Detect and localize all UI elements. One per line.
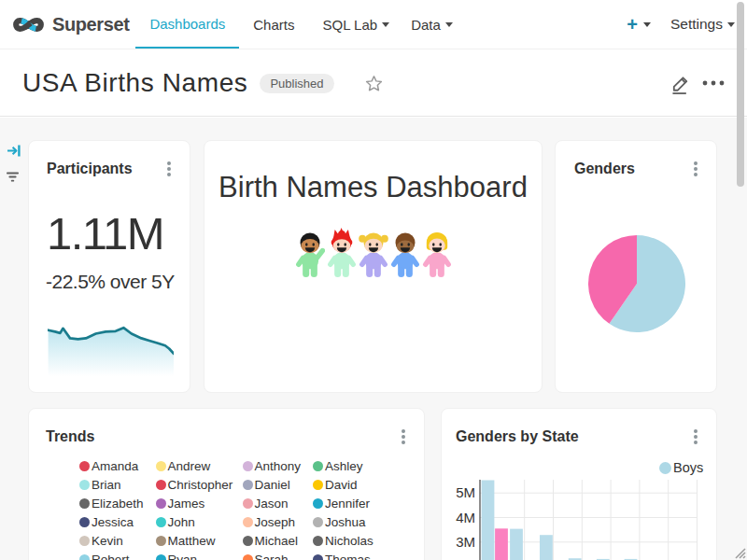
plus-icon: + bbox=[627, 14, 638, 35]
new-menu-button[interactable]: + bbox=[627, 14, 651, 35]
legend-item-joshua[interactable]: Joshua bbox=[313, 512, 366, 531]
genders-pie-chart[interactable] bbox=[588, 235, 685, 332]
superset-logo[interactable]: Superset bbox=[0, 0, 129, 49]
svg-text:4M: 4M bbox=[456, 510, 475, 525]
top-navbar: Superset DashboardsChartsSQL LabData + S… bbox=[0, 0, 747, 49]
legend-label: Nicholas bbox=[325, 534, 374, 548]
dashboard-header: USA Births Names Published bbox=[0, 50, 747, 117]
legend-label: Jessica bbox=[92, 515, 134, 529]
legend-item-amanda[interactable]: Amanda bbox=[79, 456, 138, 475]
legend-dot bbox=[243, 480, 253, 490]
legend-item-brian[interactable]: Brian bbox=[79, 475, 121, 494]
legend-label: Elizabeth bbox=[92, 497, 144, 511]
legend-item-kevin[interactable]: Kevin bbox=[79, 531, 123, 550]
markdown-card: Birth Names Dashboard bbox=[204, 140, 543, 393]
more-actions-button[interactable] bbox=[702, 78, 725, 88]
favorite-star-button[interactable] bbox=[364, 74, 384, 93]
legend-dot bbox=[313, 461, 323, 471]
legend-item-ashley[interactable]: Ashley bbox=[313, 456, 363, 475]
nav-item-label: Data bbox=[411, 17, 441, 33]
legend-label: Christopher bbox=[168, 478, 233, 492]
participants-menu-button[interactable] bbox=[162, 160, 176, 178]
legend-item-james[interactable]: James bbox=[156, 494, 205, 512]
legend-item-sarah[interactable]: Sarah bbox=[243, 550, 289, 560]
legend-dot bbox=[313, 498, 323, 509]
kebab-dot bbox=[167, 173, 171, 176]
filter-icon[interactable] bbox=[6, 170, 20, 187]
legend-dot bbox=[313, 517, 323, 527]
legend-item-john[interactable]: John bbox=[156, 512, 195, 531]
legend-item-jason[interactable]: Jason bbox=[243, 494, 289, 512]
legend-label: Joshua bbox=[325, 515, 366, 529]
legend-dot bbox=[79, 536, 90, 546]
legend-dot bbox=[243, 517, 253, 527]
kid-figure-3 bbox=[359, 228, 388, 279]
kid-figure-1 bbox=[295, 228, 325, 279]
genders-by-state-bar-chart[interactable]: 5M4M3M bbox=[442, 409, 718, 560]
legend-item-andrew[interactable]: Andrew bbox=[156, 456, 211, 475]
legend-dot bbox=[243, 536, 253, 546]
published-badge[interactable]: Published bbox=[260, 74, 333, 93]
boys-legend-item[interactable]: Boys bbox=[659, 460, 703, 475]
legend-item-christopher[interactable]: Christopher bbox=[156, 475, 233, 494]
legend-dot bbox=[79, 498, 90, 509]
legend-label: Robert bbox=[92, 553, 130, 560]
arrow-right-to-bar-icon bbox=[7, 144, 21, 159]
kebab-dot bbox=[167, 161, 171, 165]
legend-label: Sarah bbox=[255, 553, 289, 560]
edit-dashboard-button[interactable] bbox=[669, 73, 691, 94]
legend-dot bbox=[79, 461, 90, 471]
legend-item-robert[interactable]: Robert bbox=[79, 550, 130, 560]
participants-trend-label: -22.5% over 5Y bbox=[46, 271, 175, 293]
legend-label: Ashley bbox=[325, 459, 363, 473]
legend-label: James bbox=[168, 497, 205, 511]
nav-item-label: Charts bbox=[253, 17, 294, 33]
legend-label: Andrew bbox=[168, 459, 211, 473]
nav-item-data[interactable]: Data bbox=[397, 0, 460, 49]
legend-dot bbox=[156, 536, 166, 546]
legend-item-joseph[interactable]: Joseph bbox=[243, 512, 296, 531]
nav-item-dashboards[interactable]: Dashboards bbox=[135, 0, 239, 49]
kebab-dot bbox=[167, 167, 171, 171]
nav-item-label: SQL Lab bbox=[322, 17, 377, 33]
participants-sparkline-chart[interactable] bbox=[48, 323, 174, 381]
legend-item-jennifer[interactable]: Jennifer bbox=[313, 494, 370, 512]
nav-right: + Settings bbox=[627, 0, 747, 49]
star-icon bbox=[364, 74, 384, 93]
ellipsis-icon bbox=[702, 78, 725, 88]
resize-grip-icon[interactable] bbox=[733, 546, 746, 559]
expand-filter-bar-button[interactable] bbox=[7, 144, 21, 162]
vertical-scrollbar-thumb[interactable] bbox=[737, 2, 744, 187]
legend-item-daniel[interactable]: Daniel bbox=[243, 475, 290, 494]
genders-menu-button[interactable] bbox=[688, 160, 703, 178]
legend-item-matthew[interactable]: Matthew bbox=[156, 531, 216, 550]
kid-figure-4 bbox=[390, 228, 420, 279]
settings-menu[interactable]: Settings bbox=[670, 16, 735, 33]
legend-item-thomas[interactable]: Thomas bbox=[313, 550, 371, 560]
legend-label: John bbox=[168, 515, 195, 529]
kebab-dot bbox=[694, 167, 698, 171]
nav-item-charts[interactable]: Charts bbox=[239, 0, 308, 49]
chevron-down-icon bbox=[727, 22, 735, 27]
legend-item-michael[interactable]: Michael bbox=[243, 531, 299, 550]
chevron-down-icon bbox=[643, 22, 651, 27]
legend-label: Matthew bbox=[168, 534, 216, 548]
legend-label: Anthony bbox=[255, 459, 302, 473]
nav-menu: DashboardsChartsSQL LabData bbox=[135, 0, 459, 49]
legend-label: Thomas bbox=[325, 553, 371, 560]
legend-dot bbox=[156, 461, 166, 471]
kid-figure-5 bbox=[422, 228, 452, 279]
legend-label: Kevin bbox=[92, 534, 123, 548]
legend-item-ryan[interactable]: Ryan bbox=[156, 550, 198, 560]
nav-item-sql-lab[interactable]: SQL Lab bbox=[308, 0, 397, 49]
legend-item-david[interactable]: David bbox=[313, 475, 358, 494]
participants-card-header: Participants bbox=[29, 141, 190, 182]
legend-label: Jason bbox=[255, 497, 289, 511]
markdown-heading: Birth Names Dashboard bbox=[204, 171, 542, 204]
legend-item-nicholas[interactable]: Nicholas bbox=[313, 531, 374, 550]
legend-item-elizabeth[interactable]: Elizabeth bbox=[79, 494, 144, 512]
legend-item-anthony[interactable]: Anthony bbox=[243, 456, 302, 475]
legend-item-jessica[interactable]: Jessica bbox=[79, 512, 134, 531]
genders-by-state-card: Genders by State 5M4M3M Boys bbox=[441, 408, 717, 560]
legend-label: Daniel bbox=[255, 478, 290, 492]
